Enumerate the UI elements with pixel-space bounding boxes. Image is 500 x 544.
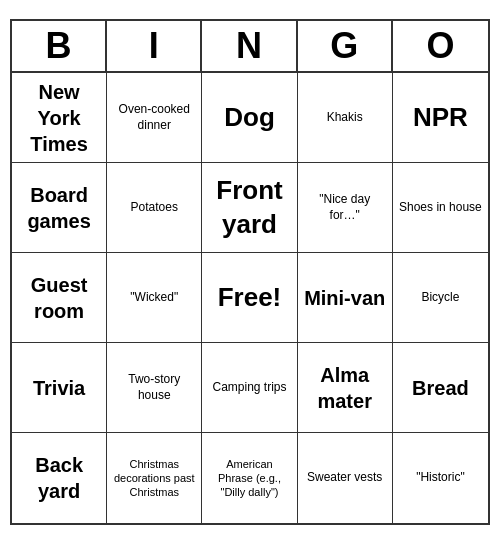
cell-label: Sweater vests	[307, 470, 382, 486]
cell-label: Alma mater	[303, 362, 387, 414]
cell-label: Board games	[17, 182, 101, 234]
cell-label: Two-story house	[112, 372, 196, 403]
bingo-cell: Camping trips	[202, 343, 297, 433]
bingo-cell: Front yard	[202, 163, 297, 253]
cell-label: "Historic"	[416, 470, 465, 486]
bingo-cell: Free!	[202, 253, 297, 343]
bingo-cell: Christmas decorations past Christmas	[107, 433, 202, 523]
cell-label: Free!	[218, 281, 282, 315]
cell-label: Trivia	[33, 375, 85, 401]
cell-label: Bicycle	[421, 290, 459, 306]
bingo-cell: "Nice day for…"	[298, 163, 393, 253]
cell-label: Potatoes	[131, 200, 178, 216]
bingo-cell: Shoes in house	[393, 163, 488, 253]
cell-label: NPR	[413, 101, 468, 135]
cell-label: Guest room	[17, 272, 101, 324]
cell-label: Oven-cooked dinner	[112, 102, 196, 133]
bingo-cell: New York Times	[12, 73, 107, 163]
cell-label: Dog	[224, 101, 275, 135]
header-letter: B	[12, 21, 107, 71]
cell-label: "Wicked"	[130, 290, 178, 306]
cell-label: Back yard	[17, 452, 101, 504]
bingo-cell: Two-story house	[107, 343, 202, 433]
cell-label: Camping trips	[212, 380, 286, 396]
bingo-cell: Back yard	[12, 433, 107, 523]
bingo-cell: American Phrase (e.g., "Dilly dally")	[202, 433, 297, 523]
bingo-cell: Dog	[202, 73, 297, 163]
bingo-cell: Oven-cooked dinner	[107, 73, 202, 163]
bingo-cell: Mini-van	[298, 253, 393, 343]
bingo-cell: "Historic"	[393, 433, 488, 523]
cell-label: Bread	[412, 375, 469, 401]
bingo-cell: Alma mater	[298, 343, 393, 433]
bingo-header: BINGO	[12, 21, 488, 73]
cell-label: Shoes in house	[399, 200, 482, 216]
bingo-cell: Trivia	[12, 343, 107, 433]
cell-label: "Nice day for…"	[303, 192, 387, 223]
bingo-cell: Board games	[12, 163, 107, 253]
bingo-cell: Sweater vests	[298, 433, 393, 523]
bingo-cell: Potatoes	[107, 163, 202, 253]
header-letter: G	[298, 21, 393, 71]
bingo-cell: Guest room	[12, 253, 107, 343]
header-letter: O	[393, 21, 488, 71]
cell-label: Mini-van	[304, 285, 385, 311]
cell-label: New York Times	[17, 79, 101, 157]
cell-label: American Phrase (e.g., "Dilly dally")	[207, 457, 291, 500]
cell-label: Front yard	[207, 174, 291, 242]
bingo-cell: "Wicked"	[107, 253, 202, 343]
cell-label: Khakis	[327, 110, 363, 126]
bingo-cell: Khakis	[298, 73, 393, 163]
header-letter: N	[202, 21, 297, 71]
header-letter: I	[107, 21, 202, 71]
cell-label: Christmas decorations past Christmas	[112, 457, 196, 500]
bingo-cell: NPR	[393, 73, 488, 163]
bingo-cell: Bicycle	[393, 253, 488, 343]
bingo-cell: Bread	[393, 343, 488, 433]
bingo-grid: New York TimesOven-cooked dinnerDogKhaki…	[12, 73, 488, 523]
bingo-card: BINGO New York TimesOven-cooked dinnerDo…	[10, 19, 490, 525]
